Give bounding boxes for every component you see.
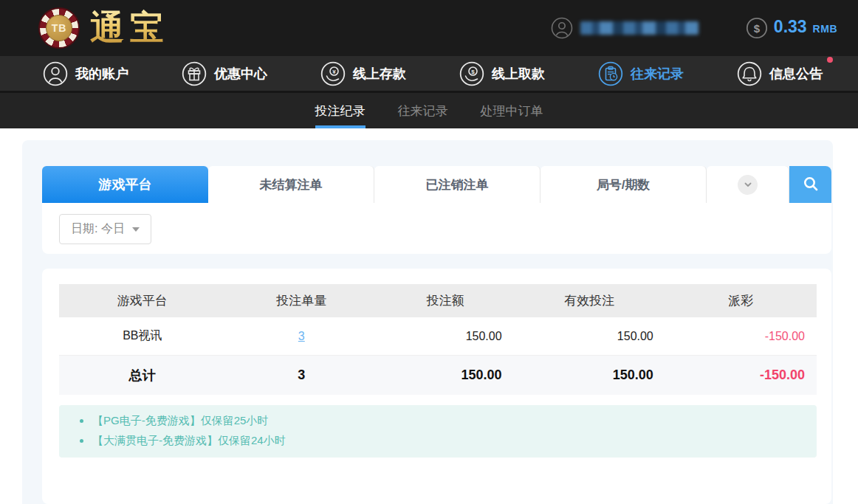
brand-logo[interactable]: TB 通宝 — [38, 5, 170, 51]
notification-badge-dot — [827, 57, 833, 63]
balance[interactable]: $ 0.33 RMB — [746, 17, 837, 39]
nav-item-deposit[interactable]: ¥ 线上存款 — [320, 61, 406, 86]
table-total-row: 总计 3 150.00 150.00 -150.00 — [59, 356, 817, 395]
balance-currency: RMB — [813, 23, 837, 35]
bet-count-link[interactable]: 3 — [298, 330, 305, 342]
nav-item-my-account[interactable]: 我的账户 — [43, 61, 128, 86]
filter-tab-round-number[interactable]: 局号/期数 — [540, 166, 707, 203]
table-row: BB视讯 3 150.00 150.00 -150.00 — [59, 317, 817, 356]
results-card: 游戏平台 投注单量 投注额 有效投注 派彩 BB视讯 3 150.00 150.… — [42, 269, 831, 504]
brand-name: 通宝 — [90, 5, 170, 51]
svg-text:$: $ — [471, 68, 475, 75]
bell-icon — [737, 61, 762, 86]
date-filter-card: 日期: 今日 — [42, 203, 831, 254]
col-header-bet-count: 投注单量 — [226, 292, 377, 309]
total-payout: -150.00 — [665, 367, 817, 383]
caret-down-icon — [132, 227, 140, 232]
nav-item-promotions[interactable]: 优惠中心 — [182, 61, 267, 86]
balance-amount: 0.33 — [774, 17, 807, 37]
notice-text: 【大满贯电子-免费游戏】仅保留24小时 — [92, 434, 286, 448]
search-button[interactable] — [789, 166, 831, 203]
casino-chip-icon: TB — [38, 7, 80, 49]
notice-box: 【PG电子-免费游戏】仅保留25小时 【大满贯电子-免费游戏】仅保留24小时 — [59, 405, 817, 458]
page: TB 通宝 $ 0.33 RMB — [0, 0, 858, 504]
search-icon — [801, 175, 820, 194]
bullet-icon — [80, 419, 83, 423]
subtab-betting-records[interactable]: 投注纪录 — [315, 93, 365, 128]
dollar-coin-icon: $ — [746, 17, 768, 39]
filter-tab-unsettled-bets[interactable]: 未结算注单 — [208, 166, 374, 203]
col-header-game-platform: 游戏平台 — [59, 292, 226, 309]
bullet-icon — [80, 439, 83, 443]
filter-tabstrip: 游戏平台 未结算注单 已注销注单 局号/期数 — [42, 166, 831, 203]
gift-icon — [182, 61, 207, 86]
user-icon — [551, 17, 573, 39]
filter-tab-game-platform[interactable]: 游戏平台 — [42, 166, 208, 203]
notice-line: 【大满贯电子-免费游戏】仅保留24小时 — [59, 431, 817, 451]
nav-label: 线上存款 — [353, 65, 406, 83]
svg-text:$: $ — [754, 22, 761, 35]
col-header-payout: 派彩 — [665, 292, 817, 309]
total-bet-amount: 150.00 — [377, 367, 514, 383]
header-right: $ 0.33 RMB — [551, 17, 837, 39]
svg-text:¥: ¥ — [332, 68, 336, 75]
filter-tab-dropdown[interactable] — [707, 166, 789, 203]
notice-text: 【PG电子-免费游戏】仅保留25小时 — [92, 414, 268, 428]
subtab-pending-orders[interactable]: 处理中订单 — [481, 93, 543, 128]
col-header-valid-bet: 有效投注 — [514, 292, 665, 309]
table-header-row: 游戏平台 投注单量 投注额 有效投注 派彩 — [59, 284, 817, 317]
total-valid-bet: 150.00 — [514, 367, 665, 383]
cell-payout: -150.00 — [665, 330, 817, 343]
records-clipboard-icon — [598, 61, 623, 86]
nav-label: 往来记录 — [631, 65, 684, 83]
deposit-hand-coin-icon: ¥ — [320, 61, 346, 86]
sub-nav: 投注纪录 往来记录 处理中订单 — [0, 93, 858, 128]
cell-valid-bet: 150.00 — [514, 330, 665, 343]
nav-label: 优惠中心 — [214, 65, 267, 83]
nav-item-withdraw[interactable]: $ 线上取款 — [459, 61, 545, 86]
notice-line: 【PG电子-免费游戏】仅保留25小时 — [59, 411, 817, 431]
filter-tab-cancelled-bets[interactable]: 已注销注单 — [374, 166, 540, 203]
total-label: 总计 — [59, 367, 226, 384]
cell-platform: BB视讯 — [59, 328, 226, 344]
nav-label: 我的账户 — [75, 65, 128, 83]
cell-bet-amount: 150.00 — [377, 330, 514, 343]
user-icon — [43, 61, 68, 86]
chevron-down-icon — [738, 175, 758, 195]
logo-monogram: TB — [46, 15, 72, 41]
content-panel: 游戏平台 未结算注单 已注销注单 局号/期数 日期: 今日 — [22, 140, 833, 504]
col-header-bet-amount: 投注额 — [377, 292, 514, 309]
nav-item-announcements[interactable]: 信息公告 — [737, 61, 823, 86]
user-account[interactable] — [551, 17, 699, 39]
nav-item-transaction-records[interactable]: 往来记录 — [598, 61, 684, 86]
top-header: TB 通宝 $ 0.33 RMB — [0, 0, 858, 56]
nav-label: 信息公告 — [769, 65, 823, 83]
total-bet-count: 3 — [226, 367, 377, 383]
nav-label: 线上取款 — [492, 65, 545, 83]
username-blurred — [580, 21, 699, 35]
main-nav: 我的账户 优惠中心 ¥ 线上存款 — [0, 56, 858, 93]
withdraw-hand-coin-icon: $ — [459, 61, 484, 86]
date-filter-label: 日期: 今日 — [71, 221, 125, 237]
subtab-transaction-records[interactable]: 往来记录 — [398, 93, 448, 128]
date-filter-button[interactable]: 日期: 今日 — [59, 214, 151, 244]
